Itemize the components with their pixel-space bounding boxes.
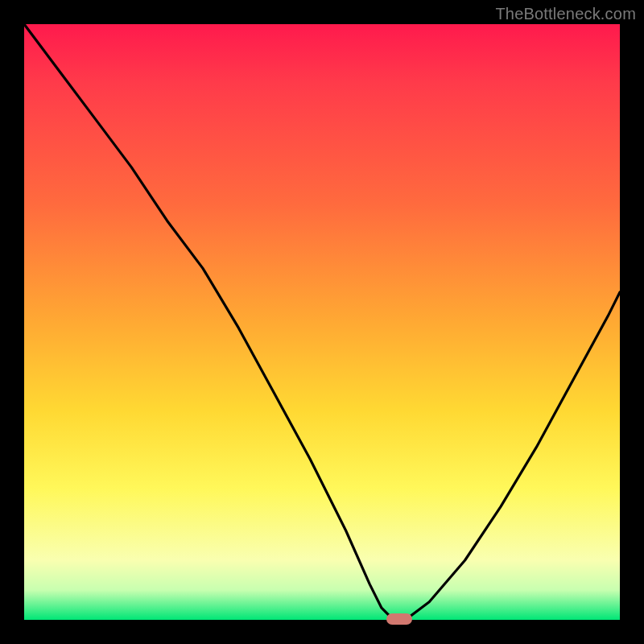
- watermark-text: TheBottleneck.com: [495, 5, 636, 23]
- chart-frame: TheBottleneck.com: [0, 0, 644, 644]
- bottleneck-curve: [24, 24, 620, 620]
- plot-area: [24, 24, 620, 620]
- minimum-marker: [386, 613, 412, 625]
- curve-svg: [24, 24, 620, 620]
